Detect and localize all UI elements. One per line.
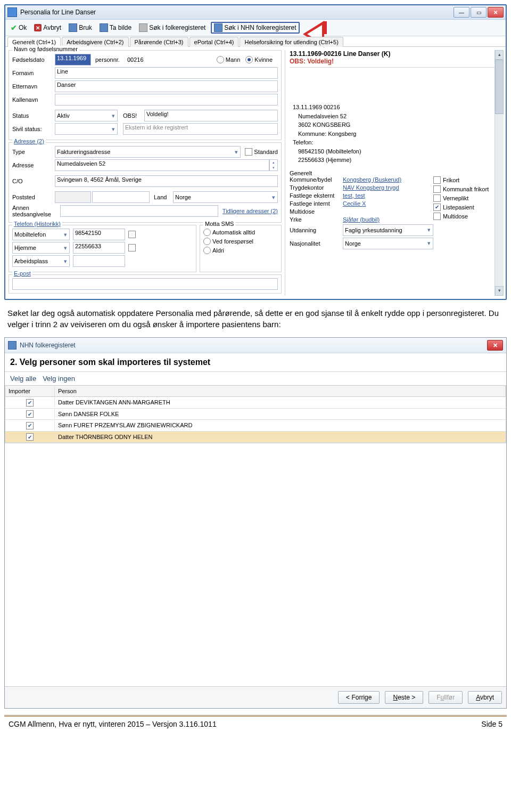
tab-helseforsikring[interactable]: Helseforsikring for utlending (Ctrl+5)	[240, 37, 343, 47]
fornavn-input[interactable]: Line	[55, 67, 278, 79]
scroll-thumb[interactable]	[495, 60, 504, 114]
kommune-link[interactable]: Kongsberg (Buskerud)	[343, 176, 401, 183]
velg-alle-button[interactable]: Velg alle	[10, 375, 36, 383]
standard-checkbox[interactable]: Standard	[245, 148, 278, 156]
frikort-checkbox[interactable]	[433, 176, 441, 184]
avbryt-button[interactable]: ✕Avbryt	[32, 23, 63, 33]
person-cell: Datter DEVIKTANGEN ANN-MARGARETH	[54, 397, 506, 407]
arbeid-input[interactable]	[73, 255, 125, 267]
hjemme-checkbox[interactable]	[128, 244, 136, 251]
status-select[interactable]: Aktiv	[55, 110, 118, 121]
patient-header: 13.11.1969-00216 Line Danser (K)	[290, 50, 502, 58]
scroll-down-icon[interactable]: ▾	[495, 286, 504, 296]
hjemme-select[interactable]: Hjemme	[12, 242, 70, 254]
table-row[interactable]: ✔Datter THÖRNBERG ODNY HELEN	[5, 432, 506, 443]
row-checkbox[interactable]: ✔	[26, 422, 34, 429]
person-cell: Sønn DANSER FOLKE	[54, 409, 506, 419]
type-select[interactable]: Faktureringsadresse	[55, 146, 241, 158]
table-row[interactable]: ✔Datter DEVIKTANGEN ANN-MARGARETH	[5, 397, 506, 409]
window-title: Personalia for Line Danser	[20, 9, 454, 16]
tabilde-button[interactable]: Ta bilde	[97, 22, 134, 33]
radio-icon	[203, 229, 211, 236]
toolbar: ✔Ok ✕Avbryt Bruk Ta bilde Søk i folkereg…	[5, 20, 506, 36]
ok-button[interactable]: ✔Ok	[9, 22, 29, 33]
etternavn-input[interactable]: Danser	[55, 80, 278, 92]
trygd-link[interactable]: NAV Kongsberg trygd	[343, 184, 399, 191]
kvinne-radio[interactable]: Kvinne	[245, 56, 273, 63]
scroll-up-icon[interactable]: ▴	[495, 50, 504, 60]
nhn-close-button[interactable]: ✕	[487, 340, 503, 351]
bruk-button[interactable]: Bruk	[67, 22, 94, 33]
close-button[interactable]: ✕	[488, 7, 504, 18]
group-navn-legend: Navn og fødselsnummer	[12, 46, 79, 52]
utd-label: Utdanning	[290, 227, 343, 233]
hjemme-input[interactable]: 22556633	[73, 242, 125, 254]
fodselsdato-input[interactable]: 13.11.1969	[55, 54, 91, 66]
fint-link[interactable]: Cecilie X	[343, 200, 366, 207]
adresse-spin[interactable]: ▴▾	[269, 159, 278, 171]
forrige-button[interactable]: < Forrige	[338, 691, 380, 704]
multidose-checkbox[interactable]	[433, 213, 441, 220]
sok-nhn-button[interactable]: Søk i NHN folkeregisteret	[211, 22, 299, 34]
obs-input[interactable]: Voldelig!	[144, 110, 278, 121]
kommunalt-checkbox[interactable]	[433, 185, 441, 193]
fornavn-label: Fornavn	[12, 70, 55, 76]
radio-icon	[203, 238, 211, 245]
fullfor-button[interactable]: Fullfør	[428, 691, 463, 704]
tidligere-adresser-link[interactable]: Tidligere adresser (2)	[222, 208, 278, 214]
mobil-input[interactable]: 98542150	[73, 229, 125, 240]
fext-link[interactable]: test, test	[343, 192, 365, 199]
restore-button[interactable]: ▭	[471, 7, 487, 18]
person-icon	[139, 23, 147, 32]
avbryt-button[interactable]: Avbryt	[468, 691, 502, 704]
tab-parorende[interactable]: Pårørende (Ctrl+3)	[130, 37, 188, 47]
utd-select[interactable]: Faglig yrkesutdanning	[343, 224, 433, 236]
epost-legend[interactable]: E-post	[12, 270, 32, 277]
table-row[interactable]: ✔Sønn FURET PRZEMYSLAW ZBIGNIEWRICKARD	[5, 420, 506, 432]
table-row[interactable]: ✔Sønn DANSER FOLKE	[5, 409, 506, 420]
generelt-section: Generelt Kommune/bydelKongsberg (Buskeru…	[290, 170, 502, 251]
status-label: Status	[12, 112, 55, 119]
adresse-input[interactable]: Numedalsveien 52	[55, 159, 269, 171]
poststed-input[interactable]	[92, 191, 150, 203]
group-adresse-legend[interactable]: Adresse (2)	[12, 138, 46, 144]
velg-ingen-button[interactable]: Velg ingen	[43, 375, 75, 383]
wizard-footer: < Forrige Neste > Fullfør Avbryt	[5, 686, 506, 708]
person-search-icon	[214, 23, 222, 32]
mann-radio[interactable]: Mann	[217, 56, 241, 63]
sivil-select[interactable]	[55, 123, 118, 135]
arbeid-select[interactable]: Arbeidsplass	[12, 255, 70, 267]
eksternid-input[interactable]: Ekstern id ikke registrert	[123, 123, 278, 135]
epost-input[interactable]	[12, 278, 278, 290]
co-input[interactable]: Svingewn 8, 4562 Åmål, Sverige	[55, 175, 278, 187]
annen-input[interactable]	[60, 205, 218, 217]
verneplikt-checkbox[interactable]	[433, 194, 441, 202]
kallenavn-input[interactable]	[55, 94, 278, 105]
x-icon: ✕	[34, 24, 42, 31]
tab-eportal[interactable]: ePortal (Ctrl+4)	[189, 37, 239, 47]
row-checkbox[interactable]: ✔	[26, 410, 34, 418]
poststed-label: Poststed	[12, 194, 55, 200]
nhn-title: NHN folkeregisteret	[20, 342, 487, 349]
listepasient-checkbox[interactable]: ✔	[433, 204, 441, 211]
patient-info: 13.11.1969 00216 Numedalsveien 52 3602 K…	[290, 103, 502, 165]
obs-label: OBS!	[123, 112, 144, 119]
mobil-checkbox[interactable]	[128, 231, 136, 238]
neste-button[interactable]: Neste >	[385, 691, 423, 704]
mobil-select[interactable]: Mobiltelefon	[12, 229, 70, 240]
telefon-legend[interactable]: Telefon (Historikk)	[12, 221, 62, 227]
nasj-select[interactable]: Norge	[343, 238, 433, 249]
row-checkbox[interactable]: ✔	[26, 433, 34, 441]
minimize-button[interactable]: —	[454, 7, 469, 18]
land-select[interactable]: Norge	[173, 191, 278, 203]
row-checkbox[interactable]: ✔	[26, 399, 34, 407]
sms-auto-radio[interactable]: Automatisk alltid	[203, 229, 255, 236]
sms-aldri-radio[interactable]: Aldri	[203, 247, 224, 254]
scrollbar[interactable]: ▴▾	[494, 50, 504, 296]
sivil-label: Sivil status:	[12, 126, 55, 132]
sms-ved-radio[interactable]: Ved forespørsel	[203, 238, 253, 245]
annotation-arrow-icon	[303, 24, 327, 31]
yrke-link[interactable]: Sjåfør (budbil)	[343, 216, 380, 223]
postnr-input[interactable]	[55, 191, 91, 203]
sok-folkeregister-button[interactable]: Søk i folkeregisteret	[137, 22, 208, 33]
